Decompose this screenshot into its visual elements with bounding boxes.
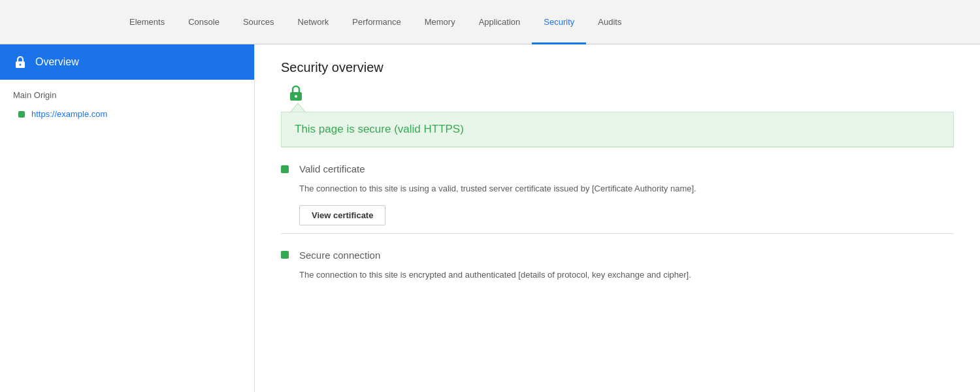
valid-certificate-body: The connection to this site is using a v… [299,182,954,196]
content-inner: Security overview This page is secure (v… [255,44,980,312]
secure-connection-header: Secure connection [281,250,954,261]
tab-security[interactable]: Security [532,1,586,44]
sidebar-main-origin-label: Main Origin [0,80,254,105]
valid-cert-status-dot [281,165,289,173]
tab-bar-tabs: Elements Console Sources Network Perform… [118,0,633,44]
sidebar-origin-item[interactable]: https://example.com [0,105,254,123]
secure-connection-body: The connection to this site is encrypted… [299,269,954,282]
origin-status-dot [18,111,25,118]
lock-green-icon [286,83,306,103]
page-title: Security overview [281,60,954,75]
secure-banner: This page is secure (valid HTTPS) [281,112,954,147]
svg-point-3 [295,95,297,98]
view-certificate-button[interactable]: View certificate [299,205,385,225]
tab-bar: Elements Console Sources Network Perform… [0,0,980,44]
valid-certificate-title: Valid certificate [299,163,365,174]
secure-conn-status-dot [281,251,289,259]
tab-audits[interactable]: Audits [586,1,633,44]
valid-certificate-header: Valid certificate [281,163,954,174]
secure-callout-wrapper: This page is secure (valid HTTPS) [281,83,954,147]
tab-application[interactable]: Application [467,1,532,44]
secure-connection-section: Secure connection The connection to this… [281,234,954,297]
callout-arrow [290,103,306,112]
valid-certificate-section: Valid certificate The connection to this… [281,148,954,233]
secure-banner-text: This page is secure (valid HTTPS) [295,123,464,135]
origin-url-label: https://example.com [31,109,107,119]
sidebar-overview-label: Overview [35,56,79,68]
tab-sources[interactable]: Sources [231,1,286,44]
sidebar-overview-button[interactable]: Overview [0,44,254,80]
tab-performance[interactable]: Performance [340,1,412,44]
tab-console[interactable]: Console [176,1,231,44]
secure-connection-title: Secure connection [299,250,380,261]
tab-memory[interactable]: Memory [413,1,467,44]
svg-point-1 [20,64,22,66]
lock-icon [13,55,27,69]
main-layout: Overview Main Origin https://example.com… [0,44,980,392]
sidebar: Overview Main Origin https://example.com [0,44,255,392]
main-content: Security overview This page is secure (v… [255,44,980,392]
tab-network[interactable]: Network [286,1,341,44]
tab-elements[interactable]: Elements [118,1,176,44]
